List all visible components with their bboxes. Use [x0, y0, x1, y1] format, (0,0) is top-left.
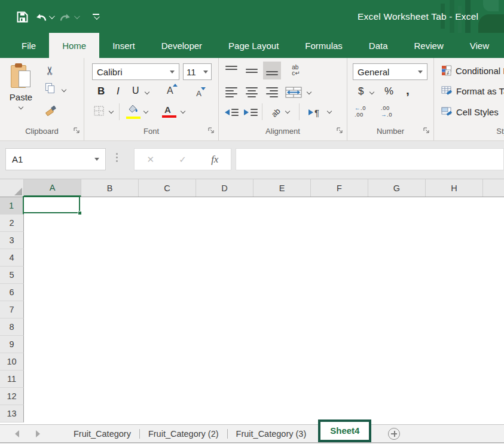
insert-function-icon[interactable]: fx [211, 154, 218, 166]
bottom-align-button[interactable] [263, 62, 281, 79]
fill-color-dropdown-icon[interactable] [143, 109, 148, 114]
format-painter-button[interactable] [44, 103, 57, 118]
column-header-c[interactable]: C [139, 179, 196, 197]
increase-font-size-button[interactable]: A [167, 85, 173, 96]
fill-color-button[interactable] [126, 103, 140, 116]
underline-button[interactable]: U [132, 85, 139, 96]
font-dialog-launcher[interactable] [207, 127, 215, 135]
cancel-icon[interactable]: ✕ [147, 154, 155, 165]
text-direction-button[interactable]: ¶ [304, 103, 324, 121]
decrease-font-size-button[interactable]: A [196, 89, 201, 98]
column-header-d[interactable]: D [196, 179, 253, 197]
tab-insert[interactable]: Insert [99, 33, 148, 58]
tab-review[interactable]: Review [401, 33, 457, 58]
align-right-button[interactable] [263, 83, 281, 101]
middle-align-button[interactable] [243, 62, 261, 79]
customize-qat-button[interactable] [93, 14, 99, 20]
row-header-6[interactable]: 6 [0, 284, 24, 301]
bold-button[interactable]: B [97, 85, 105, 97]
comma-style-button[interactable]: , [406, 83, 410, 97]
sheet-tab-fruit-category-2[interactable]: Fruit_Category (2) [140, 425, 227, 442]
top-align-button[interactable] [222, 62, 240, 79]
column-header-f[interactable]: F [311, 179, 368, 197]
column-header-b[interactable]: B [81, 179, 139, 197]
cut-button[interactable]: ✂ [45, 64, 55, 78]
alignment-dialog-launcher[interactable] [335, 127, 344, 135]
increase-indent-button[interactable] [242, 103, 259, 121]
sheet-tab-fruit-category[interactable]: Fruit_Category [65, 425, 139, 442]
row-header-11[interactable]: 11 [0, 370, 24, 388]
font-name-combo[interactable]: Calibri [92, 63, 179, 80]
merge-center-button[interactable] [283, 83, 304, 101]
column-header-h[interactable]: H [426, 179, 483, 197]
clipboard-dialog-launcher[interactable] [72, 127, 81, 135]
row-header-3[interactable]: 3 [0, 232, 24, 249]
cell-styles-button[interactable]: Cell Styles [441, 107, 499, 117]
column-header-g[interactable]: G [368, 179, 426, 197]
row-header-5[interactable]: 5 [0, 267, 24, 284]
paste-button[interactable]: Paste [4, 61, 38, 125]
column-header-e[interactable]: E [253, 179, 311, 197]
row-header-13[interactable]: 13 [0, 405, 24, 422]
decrease-decimal-button[interactable]: .00 →.0 [381, 105, 392, 118]
save-button[interactable] [17, 11, 28, 23]
row-header-10[interactable]: 10 [0, 353, 24, 370]
column-header-partial[interactable] [483, 179, 504, 197]
percent-style-button[interactable]: % [384, 85, 393, 97]
wrap-text-button[interactable]: ab c↵ [286, 62, 306, 79]
row-header-12[interactable]: 12 [0, 388, 24, 405]
name-box-dropdown-icon[interactable] [94, 158, 99, 161]
align-center-button[interactable] [243, 83, 261, 101]
tab-page-layout[interactable]: Page Layout [215, 33, 292, 58]
tab-developer[interactable]: Developer [148, 33, 215, 58]
select-all-corner[interactable] [0, 179, 24, 197]
formula-bar-gripper[interactable] [116, 153, 118, 162]
redo-dropdown-icon[interactable] [74, 13, 80, 19]
row-header-8[interactable]: 8 [0, 319, 24, 336]
sheet-nav-next-icon[interactable] [36, 430, 40, 437]
fill-handle[interactable] [78, 211, 82, 215]
column-header-a[interactable]: A [24, 179, 81, 197]
enter-icon[interactable]: ✓ [179, 154, 187, 165]
selected-cell-a1[interactable] [23, 196, 80, 213]
align-left-button[interactable] [222, 83, 240, 101]
accounting-format-button[interactable]: $ [358, 85, 364, 97]
sheet-tab-fruit-category-3[interactable]: Fruit_Category (3) [228, 425, 315, 442]
format-as-table-button[interactable]: Format as Table [441, 86, 504, 96]
tab-formulas[interactable]: Formulas [292, 33, 356, 58]
decrease-indent-button[interactable] [222, 103, 240, 121]
conditional-formatting-button[interactable]: ≠ Conditional Formatting [441, 65, 504, 76]
font-color-dropdown-icon[interactable] [181, 109, 185, 114]
undo-dropdown-icon[interactable] [49, 13, 55, 19]
sheet-tab-sheet4-active[interactable]: Sheet4 [318, 419, 371, 442]
row-header-9[interactable]: 9 [0, 336, 24, 353]
tab-data[interactable]: Data [356, 33, 401, 58]
paste-dropdown-icon[interactable] [19, 105, 23, 109]
orientation-button[interactable]: ab [267, 103, 285, 121]
undo-button[interactable] [34, 13, 53, 22]
text-direction-dropdown-icon[interactable] [327, 109, 332, 114]
tab-file[interactable]: File [8, 33, 49, 58]
tab-view[interactable]: View [457, 33, 502, 58]
number-dialog-launcher[interactable] [422, 127, 430, 135]
copy-dropdown-icon[interactable] [62, 87, 66, 92]
number-format-combo[interactable]: General [353, 63, 427, 80]
font-size-combo[interactable]: 11 [183, 63, 212, 80]
redo-button[interactable] [59, 13, 78, 22]
row-header-1[interactable]: 1 [0, 197, 24, 215]
formula-input[interactable] [236, 148, 504, 170]
cell-grid[interactable] [24, 197, 504, 422]
row-header-2[interactable]: 2 [0, 215, 24, 232]
merge-center-dropdown-icon[interactable] [307, 90, 311, 94]
new-sheet-button[interactable] [388, 428, 400, 440]
italic-button[interactable]: I [117, 85, 120, 97]
row-header-4[interactable]: 4 [0, 249, 24, 267]
increase-decimal-button[interactable]: ←.0 .00 [355, 105, 366, 118]
row-header-7[interactable]: 7 [0, 301, 24, 319]
font-color-button[interactable]: A [164, 105, 171, 115]
borders-dropdown-icon[interactable] [109, 109, 114, 114]
borders-button[interactable] [94, 106, 104, 118]
sheet-nav-prev-icon[interactable] [15, 430, 19, 437]
name-box[interactable]: A1 [5, 148, 106, 170]
tab-home[interactable]: Home [49, 33, 99, 58]
